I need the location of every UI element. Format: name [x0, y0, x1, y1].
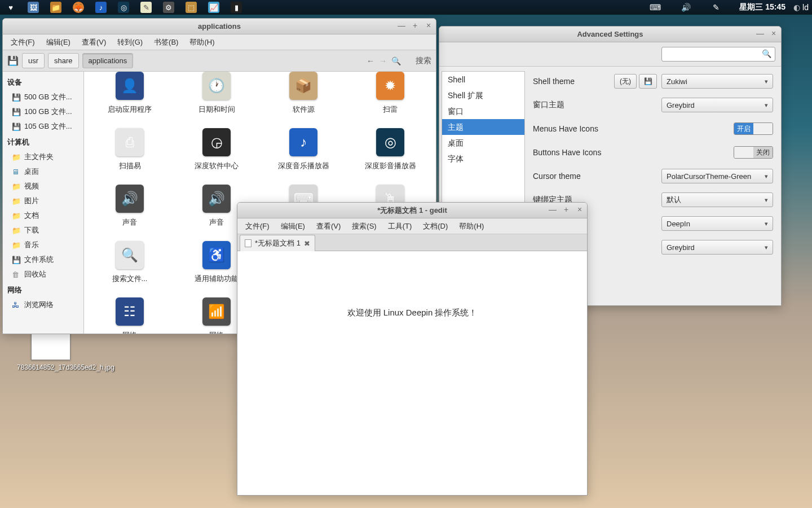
maximize-button[interactable]: + — [562, 205, 570, 214]
panel-launcher-2[interactable]: 📁 — [48, 0, 63, 15]
app-label: 深度影音播放器 — [349, 161, 431, 171]
gedit-menu-tools[interactable]: 工具(T) — [382, 219, 418, 234]
drive-icon[interactable]: 💾 — [7, 55, 19, 66]
app-launcher[interactable]: ♪深度音乐播放器 — [262, 128, 345, 171]
trash-icon: 🗑 — [12, 270, 21, 278]
cursor-theme-dropdown[interactable]: PolarCursorTheme-Green — [661, 169, 773, 183]
minimize-button[interactable]: — — [756, 29, 764, 38]
sidebar-device-1[interactable]: 💾100 GB 文件... — [3, 104, 83, 119]
gedit-menu-help[interactable]: 帮助(H) — [453, 219, 489, 234]
panel-clock[interactable]: 星期三 15:45 — [739, 2, 785, 12]
nav-back-icon[interactable]: ← — [367, 56, 374, 65]
panel-editor-icon[interactable]: ✎ — [139, 0, 153, 15]
gedit-menu-edit[interactable]: 编辑(E) — [275, 219, 311, 234]
panel-music-icon[interactable]: ♪ — [94, 0, 108, 15]
path-segment-applications[interactable]: applications — [82, 53, 134, 68]
fm-menu-file[interactable]: 文件(F) — [5, 35, 41, 50]
fm-menu-edit[interactable]: 编辑(E) — [41, 35, 76, 50]
nav-forward-icon[interactable]: → — [379, 56, 387, 65]
sidebar-device-2[interactable]: 💾105 GB 文件... — [3, 119, 83, 134]
minimize-button[interactable]: — — [549, 205, 557, 214]
fm-menu-view[interactable]: 查看(V) — [76, 35, 112, 50]
app-launcher[interactable]: ✹扫雷 — [349, 72, 431, 115]
adv-sidebar-item[interactable]: 字体 — [442, 151, 524, 167]
app-icon: ♿ — [202, 241, 231, 269]
adv-sidebar-item[interactable]: Shell 扩展 — [442, 87, 524, 103]
gedit-menu-search[interactable]: 搜索(S) — [346, 219, 382, 234]
search-icon[interactable]: 🔍 — [391, 56, 401, 65]
app-launcher[interactable]: 🔊声音 — [89, 185, 171, 227]
sidebar-home[interactable]: 📁主文件夹 — [3, 150, 83, 164]
path-segment-usr[interactable]: usr — [22, 53, 45, 68]
app-launcher[interactable]: 🕐日期和时间 — [175, 72, 258, 115]
gedit-menu-file[interactable]: 文件(F) — [240, 219, 275, 234]
adv-sidebar-item[interactable]: Shell — [442, 72, 524, 87]
app-launcher[interactable]: ☷网络 — [89, 297, 171, 334]
app-icon: ✹ — [376, 72, 404, 100]
app-launcher[interactable]: 👤启动应用程序 — [89, 72, 171, 115]
close-button[interactable]: × — [770, 29, 778, 38]
app-icon: 🔍 — [116, 241, 144, 269]
fm-menu-help[interactable]: 帮助(H) — [184, 35, 220, 50]
sidebar-browse-network[interactable]: 🖧浏览网络 — [3, 297, 83, 312]
app-launcher[interactable]: ◎深度影音播放器 — [349, 128, 431, 171]
gedit-menu-documents[interactable]: 文档(D) — [417, 219, 453, 234]
fm-titlebar[interactable]: applications — + × — [3, 19, 436, 34]
brush-icon[interactable]: ✎ — [709, 0, 723, 15]
minimize-button[interactable]: — — [398, 21, 405, 30]
sidebar-desktop[interactable]: 🖥桌面 — [3, 164, 83, 179]
fm-menu-go[interactable]: 转到(G) — [112, 35, 148, 50]
fm-menu-bookmarks[interactable]: 书签(B) — [148, 35, 184, 50]
adv-sidebar-item[interactable]: 主题 — [442, 119, 524, 135]
close-button[interactable]: × — [576, 205, 584, 214]
shell-theme-dropdown[interactable]: Zukiwi — [661, 74, 773, 89]
panel-activities-icon[interactable]: ♥ — [3, 0, 18, 15]
app-launcher[interactable]: 🔍搜索文件... — [89, 241, 171, 284]
maximize-button[interactable]: + — [411, 21, 419, 30]
volume-icon[interactable]: 🔊 — [678, 0, 693, 15]
gedit-editor[interactable]: 欢迎使用 Linux Deepin 操作系统！ — [237, 251, 587, 495]
gedit-titlebar[interactable]: *无标题文档 1 - gedit — + × — [237, 203, 587, 218]
icon-theme-dropdown[interactable]: DeepIn — [661, 216, 773, 231]
sidebar-music[interactable]: 📁音乐 — [3, 238, 83, 252]
panel-video-icon[interactable]: ◎ — [116, 0, 131, 15]
user-menu[interactable]: ◐ld — [793, 3, 809, 12]
keyboard-indicator-icon[interactable]: ⌨ — [648, 0, 663, 15]
app-icon: ♪ — [289, 128, 317, 156]
sidebar-documents[interactable]: 📁文档 — [3, 208, 83, 223]
shell-theme-none-button[interactable]: (无) — [614, 74, 637, 89]
panel-launcher-8[interactable]: ⬚ — [184, 0, 198, 15]
panel-monitor-icon[interactable]: 📈 — [206, 0, 221, 15]
adv-sidebar-item[interactable]: 窗口 — [442, 103, 524, 119]
window-theme-dropdown[interactable]: Greybird — [661, 98, 773, 112]
panel-firefox-icon[interactable]: 🦊 — [71, 0, 86, 15]
panel-launcher-7[interactable]: ⚙ — [161, 0, 176, 15]
menus-icons-switch[interactable]: 开启 — [734, 122, 773, 135]
close-button[interactable]: × — [425, 21, 433, 30]
sidebar-device-0[interactable]: 💾500 GB 文件... — [3, 90, 83, 104]
buttons-icons-switch[interactable]: 关闭 — [734, 146, 773, 159]
shell-theme-save-button[interactable]: 💾 — [639, 74, 657, 89]
app-launcher[interactable]: 📦软件源 — [262, 72, 345, 115]
gedit-menu-view[interactable]: 查看(V) — [311, 219, 346, 234]
adv-titlebar[interactable]: Advanced Settings — × — [439, 27, 781, 42]
gtk-theme-dropdown[interactable]: Greybird — [661, 240, 773, 255]
sidebar-downloads[interactable]: 📁下载 — [3, 223, 83, 238]
close-tab-icon[interactable]: ✖ — [304, 239, 310, 248]
sidebar-videos[interactable]: 📁视频 — [3, 179, 83, 194]
app-launcher[interactable]: ◶深度软件中心 — [175, 128, 258, 171]
folder-icon: 📁 — [12, 226, 21, 234]
sidebar-section-computer: 计算机 — [3, 134, 83, 150]
key-theme-dropdown[interactable]: 默认 — [661, 192, 773, 207]
desktop-file[interactable]: 7836614852_17d3665ed2_h.jpg — [17, 333, 85, 373]
path-segment-share[interactable]: share — [48, 53, 79, 68]
panel-launcher-1[interactable]: 🖼 — [26, 0, 41, 15]
sidebar-pictures[interactable]: 📁图片 — [3, 194, 83, 208]
panel-terminal-icon[interactable]: ▮ — [229, 0, 244, 15]
app-launcher[interactable]: ⎙扫描易 — [89, 128, 171, 171]
adv-search-input[interactable] — [661, 47, 775, 62]
gedit-tab-1[interactable]: *无标题文档 1 ✖ — [240, 235, 315, 251]
adv-sidebar-item[interactable]: 桌面 — [442, 135, 524, 151]
sidebar-trash[interactable]: 🗑回收站 — [3, 267, 83, 282]
sidebar-filesystem[interactable]: 💾文件系统 — [3, 252, 83, 267]
